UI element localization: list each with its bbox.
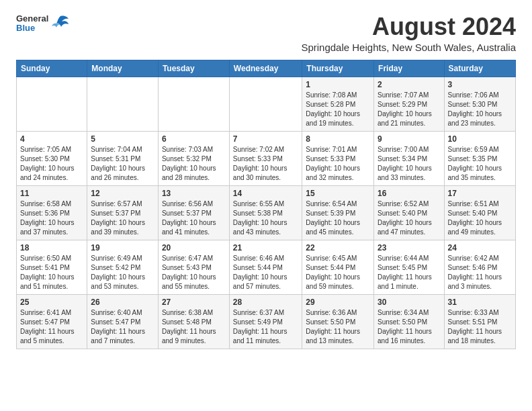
calendar-cell: 2Sunrise: 7:07 AM Sunset: 5:29 PM Daylig… bbox=[374, 77, 444, 131]
calendar-cell: 12Sunrise: 6:57 AM Sunset: 5:37 PM Dayli… bbox=[87, 185, 159, 240]
day-info: Sunrise: 6:42 AM Sunset: 5:46 PM Dayligh… bbox=[448, 254, 512, 291]
day-number: 19 bbox=[91, 243, 154, 253]
day-number: 12 bbox=[91, 189, 154, 198]
main-title: August 2024 bbox=[301, 13, 516, 40]
day-number: 4 bbox=[20, 134, 83, 144]
day-info: Sunrise: 7:07 AM Sunset: 5:29 PM Dayligh… bbox=[378, 91, 440, 128]
day-number: 20 bbox=[162, 243, 226, 253]
day-number: 1 bbox=[306, 80, 370, 89]
calendar-cell: 19Sunrise: 6:49 AM Sunset: 5:42 PM Dayli… bbox=[87, 240, 159, 294]
header: General Blue August 2024 Springdale Heig… bbox=[16, 13, 516, 53]
day-info: Sunrise: 6:37 AM Sunset: 5:49 PM Dayligh… bbox=[233, 308, 298, 346]
day-of-week-header: Saturday bbox=[444, 60, 515, 77]
day-info: Sunrise: 6:36 AM Sunset: 5:50 PM Dayligh… bbox=[306, 308, 370, 346]
day-number: 24 bbox=[448, 243, 512, 253]
calendar-cell: 6Sunrise: 7:03 AM Sunset: 5:32 PM Daylig… bbox=[158, 131, 229, 185]
day-info: Sunrise: 7:05 AM Sunset: 5:30 PM Dayligh… bbox=[20, 145, 83, 183]
calendar-cell: 4Sunrise: 7:05 AM Sunset: 5:30 PM Daylig… bbox=[17, 131, 87, 185]
day-number: 28 bbox=[233, 298, 298, 307]
calendar-cell: 7Sunrise: 7:02 AM Sunset: 5:33 PM Daylig… bbox=[229, 131, 302, 185]
day-number: 25 bbox=[20, 298, 83, 307]
calendar-cell: 28Sunrise: 6:37 AM Sunset: 5:49 PM Dayli… bbox=[229, 294, 302, 349]
logo-blue: Blue bbox=[16, 24, 48, 33]
day-info: Sunrise: 6:45 AM Sunset: 5:44 PM Dayligh… bbox=[306, 254, 370, 291]
calendar-cell: 13Sunrise: 6:56 AM Sunset: 5:37 PM Dayli… bbox=[158, 185, 229, 240]
day-number: 9 bbox=[378, 134, 440, 144]
calendar-cell: 9Sunrise: 7:00 AM Sunset: 5:34 PM Daylig… bbox=[374, 131, 444, 185]
day-number: 16 bbox=[378, 189, 440, 198]
calendar-cell: 15Sunrise: 6:54 AM Sunset: 5:39 PM Dayli… bbox=[302, 185, 374, 240]
calendar-cell bbox=[87, 77, 159, 131]
calendar-cell: 20Sunrise: 6:47 AM Sunset: 5:43 PM Dayli… bbox=[158, 240, 229, 294]
day-header-row: SundayMondayTuesdayWednesdayThursdayFrid… bbox=[17, 60, 516, 77]
calendar-cell: 26Sunrise: 6:40 AM Sunset: 5:47 PM Dayli… bbox=[87, 294, 159, 349]
day-info: Sunrise: 6:41 AM Sunset: 5:47 PM Dayligh… bbox=[20, 308, 83, 346]
day-number: 6 bbox=[162, 134, 226, 144]
day-info: Sunrise: 7:00 AM Sunset: 5:34 PM Dayligh… bbox=[378, 145, 440, 183]
day-info: Sunrise: 6:46 AM Sunset: 5:44 PM Dayligh… bbox=[233, 254, 298, 291]
calendar-cell bbox=[229, 77, 302, 131]
day-info: Sunrise: 6:56 AM Sunset: 5:37 PM Dayligh… bbox=[162, 199, 226, 237]
day-info: Sunrise: 7:08 AM Sunset: 5:28 PM Dayligh… bbox=[306, 91, 370, 128]
day-number: 7 bbox=[233, 134, 298, 144]
subtitle: Springdale Heights, New South Wales, Aus… bbox=[301, 42, 516, 53]
day-number: 17 bbox=[448, 189, 512, 198]
day-number: 8 bbox=[306, 134, 370, 144]
day-number: 21 bbox=[233, 243, 298, 253]
day-number: 14 bbox=[233, 189, 298, 198]
day-number: 23 bbox=[378, 243, 440, 253]
calendar-week-row: 25Sunrise: 6:41 AM Sunset: 5:47 PM Dayli… bbox=[17, 294, 516, 349]
calendar-week-row: 4Sunrise: 7:05 AM Sunset: 5:30 PM Daylig… bbox=[17, 131, 516, 185]
calendar-cell: 29Sunrise: 6:36 AM Sunset: 5:50 PM Dayli… bbox=[302, 294, 374, 349]
calendar-cell: 16Sunrise: 6:52 AM Sunset: 5:40 PM Dayli… bbox=[374, 185, 444, 240]
day-number: 30 bbox=[378, 298, 440, 307]
day-number: 15 bbox=[306, 189, 370, 198]
calendar-cell: 5Sunrise: 7:04 AM Sunset: 5:31 PM Daylig… bbox=[87, 131, 159, 185]
day-number: 29 bbox=[306, 298, 370, 307]
day-number: 13 bbox=[162, 189, 226, 198]
calendar-cell: 11Sunrise: 6:58 AM Sunset: 5:36 PM Dayli… bbox=[17, 185, 87, 240]
calendar-week-row: 18Sunrise: 6:50 AM Sunset: 5:41 PM Dayli… bbox=[17, 240, 516, 294]
day-number: 11 bbox=[20, 189, 83, 198]
day-info: Sunrise: 7:01 AM Sunset: 5:33 PM Dayligh… bbox=[306, 145, 370, 183]
day-number: 2 bbox=[378, 80, 440, 89]
calendar-cell bbox=[158, 77, 229, 131]
day-info: Sunrise: 6:59 AM Sunset: 5:35 PM Dayligh… bbox=[448, 145, 512, 183]
calendar-cell: 17Sunrise: 6:51 AM Sunset: 5:40 PM Dayli… bbox=[444, 185, 515, 240]
title-block: August 2024 Springdale Heights, New Sout… bbox=[301, 13, 516, 53]
calendar-cell: 8Sunrise: 7:01 AM Sunset: 5:33 PM Daylig… bbox=[302, 131, 374, 185]
day-info: Sunrise: 6:34 AM Sunset: 5:50 PM Dayligh… bbox=[378, 308, 440, 346]
logo-general: General bbox=[16, 14, 48, 24]
calendar-cell: 24Sunrise: 6:42 AM Sunset: 5:46 PM Dayli… bbox=[444, 240, 515, 294]
day-info: Sunrise: 6:54 AM Sunset: 5:39 PM Dayligh… bbox=[306, 199, 370, 237]
day-info: Sunrise: 6:40 AM Sunset: 5:47 PM Dayligh… bbox=[91, 308, 154, 346]
calendar-cell: 30Sunrise: 6:34 AM Sunset: 5:50 PM Dayli… bbox=[374, 294, 444, 349]
calendar-cell: 3Sunrise: 7:06 AM Sunset: 5:30 PM Daylig… bbox=[444, 77, 515, 131]
logo-bird-icon bbox=[50, 13, 70, 34]
calendar-cell bbox=[17, 77, 87, 131]
day-number: 27 bbox=[162, 298, 226, 307]
day-info: Sunrise: 6:44 AM Sunset: 5:45 PM Dayligh… bbox=[378, 254, 440, 291]
day-info: Sunrise: 6:50 AM Sunset: 5:41 PM Dayligh… bbox=[20, 254, 83, 291]
day-info: Sunrise: 7:02 AM Sunset: 5:33 PM Dayligh… bbox=[233, 145, 298, 183]
calendar-cell: 18Sunrise: 6:50 AM Sunset: 5:41 PM Dayli… bbox=[17, 240, 87, 294]
calendar-cell: 31Sunrise: 6:33 AM Sunset: 5:51 PM Dayli… bbox=[444, 294, 515, 349]
day-of-week-header: Tuesday bbox=[158, 60, 229, 77]
calendar-cell: 27Sunrise: 6:38 AM Sunset: 5:48 PM Dayli… bbox=[158, 294, 229, 349]
calendar-cell: 25Sunrise: 6:41 AM Sunset: 5:47 PM Dayli… bbox=[17, 294, 87, 349]
day-number: 5 bbox=[91, 134, 154, 144]
day-number: 18 bbox=[20, 243, 83, 253]
day-number: 26 bbox=[91, 298, 154, 307]
calendar-body: 1Sunrise: 7:08 AM Sunset: 5:28 PM Daylig… bbox=[17, 77, 516, 349]
day-info: Sunrise: 6:52 AM Sunset: 5:40 PM Dayligh… bbox=[378, 199, 440, 237]
day-number: 31 bbox=[448, 298, 512, 307]
day-info: Sunrise: 6:55 AM Sunset: 5:38 PM Dayligh… bbox=[233, 199, 298, 237]
calendar-header: SundayMondayTuesdayWednesdayThursdayFrid… bbox=[17, 60, 516, 77]
day-of-week-header: Thursday bbox=[302, 60, 374, 77]
day-of-week-header: Sunday bbox=[17, 60, 87, 77]
day-info: Sunrise: 6:51 AM Sunset: 5:40 PM Dayligh… bbox=[448, 199, 512, 237]
day-of-week-header: Wednesday bbox=[229, 60, 302, 77]
page-container: General Blue August 2024 Springdale Heig… bbox=[16, 13, 516, 349]
calendar-cell: 14Sunrise: 6:55 AM Sunset: 5:38 PM Dayli… bbox=[229, 185, 302, 240]
calendar-cell: 22Sunrise: 6:45 AM Sunset: 5:44 PM Dayli… bbox=[302, 240, 374, 294]
